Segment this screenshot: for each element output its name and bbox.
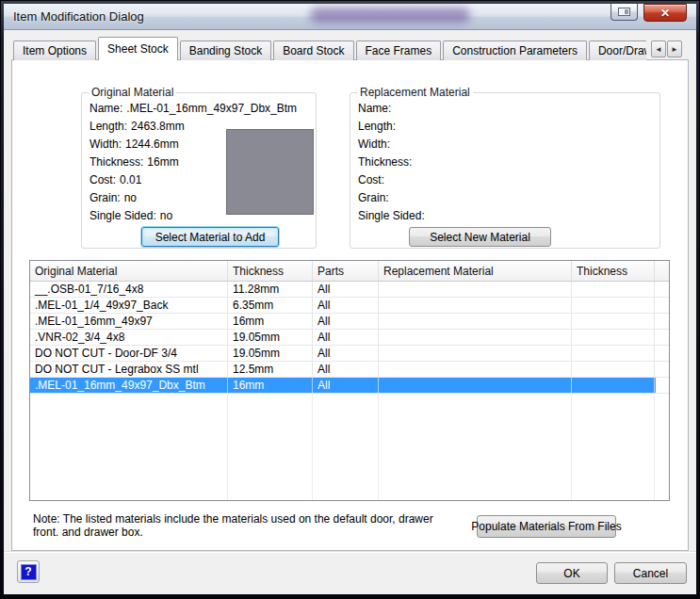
column-header-replacement-material[interactable]: Replacement Material xyxy=(379,261,572,281)
tab-door-drawer-settings[interactable]: Door/Drawer Settings xyxy=(589,40,646,60)
replacement-single-sided-field: Single Sided: xyxy=(358,206,429,224)
replacement-name-field: Name: xyxy=(358,99,429,117)
populate-materials-from-files-button[interactable]: Populate Materials From Files xyxy=(477,515,616,538)
replacement-material-legend: Replacement Material xyxy=(357,86,473,99)
float-window-icon xyxy=(618,8,630,16)
table-row[interactable]: .VNR-02_3/4_4x8 19.05mm All xyxy=(30,330,669,346)
float-window-button[interactable] xyxy=(610,4,638,21)
replacement-material-group: Replacement Material Name: Length: Width… xyxy=(350,92,660,249)
item-modification-dialog: Item Modification Dialog ✕ Item Options … xyxy=(0,0,700,599)
replacement-material-fields: Name: Length: Width: Thickness: Cost: Gr… xyxy=(358,99,429,224)
column-header-filler xyxy=(655,261,669,281)
grid-empty-area xyxy=(30,394,669,500)
grid-header-row: Original Material Thickness Parts Replac… xyxy=(30,261,669,282)
replacement-width-field: Width: xyxy=(358,135,429,153)
tab-face-frames[interactable]: Face Frames xyxy=(356,40,442,60)
table-row[interactable]: .MEL-01_16mm_49x97 16mm All xyxy=(30,314,669,330)
table-row[interactable]: DO NOT CUT - Door-DF 3/4 19.05mm All xyxy=(30,346,669,362)
help-button[interactable]: ? xyxy=(17,560,40,583)
replacement-thickness-field: Thickness: xyxy=(358,153,429,170)
redaction-smudge xyxy=(310,8,470,23)
note-text: Note: The listed materials include the m… xyxy=(33,512,459,539)
dialog-body: Item Options Sheet Stock Banding Stock B… xyxy=(4,30,696,594)
column-header-parts[interactable]: Parts xyxy=(313,261,379,281)
replacement-cost-field: Cost: xyxy=(358,170,429,188)
replacement-length-field: Length: xyxy=(358,117,429,135)
tab-item-options[interactable]: Item Options xyxy=(13,40,96,60)
close-button[interactable]: ✕ xyxy=(643,4,687,22)
column-header-original-material[interactable]: Original Material xyxy=(30,261,228,281)
footer-bar: ? OK Cancel xyxy=(4,551,696,594)
cancel-button[interactable]: Cancel xyxy=(614,562,687,584)
tab-strip: Item Options Sheet Stock Banding Stock B… xyxy=(13,36,646,60)
materials-grid: Original Material Thickness Parts Replac… xyxy=(29,260,670,501)
sheet-stock-tab-page: Original Material Name:.MEL-01_16mm_49x9… xyxy=(11,59,689,551)
column-header-thickness-2[interactable]: Thickness xyxy=(572,261,655,281)
select-new-material-button[interactable]: Select New Material xyxy=(409,227,551,247)
table-row[interactable]: .MEL-01_1/4_49x97_Back 6.35mm All xyxy=(30,298,669,314)
ok-button[interactable]: OK xyxy=(536,562,608,584)
original-material-legend: Original Material xyxy=(89,86,176,99)
material-color-swatch xyxy=(226,129,314,215)
tab-board-stock[interactable]: Board Stock xyxy=(273,40,353,60)
chevron-right-icon: ► xyxy=(671,45,678,54)
tab-scroll-buttons: ◄ ► xyxy=(650,40,682,57)
titlebar[interactable]: Item Modification Dialog ✕ xyxy=(4,4,696,30)
tab-sheet-stock[interactable]: Sheet Stock xyxy=(98,37,178,60)
chevron-left-icon: ◄ xyxy=(655,45,662,54)
select-material-to-add-button[interactable]: Select Material to Add xyxy=(141,227,279,247)
table-row[interactable]: DO NOT CUT - Legrabox SS mtl 12.5mm All xyxy=(30,362,669,378)
window-title: Item Modification Dialog xyxy=(13,9,144,24)
original-name-field: Name:.MEL-01_16mm_49x97_Dbx_Btm xyxy=(90,99,297,117)
tab-scroll-left-button[interactable]: ◄ xyxy=(651,40,666,57)
tab-construction-parameters[interactable]: Construction Parameters xyxy=(443,40,587,60)
tab-scroll-right-button[interactable]: ► xyxy=(667,40,682,57)
help-icon: ? xyxy=(21,564,37,580)
replacement-grain-field: Grain: xyxy=(358,188,429,206)
table-row[interactable]: __.OSB-01_7/16_4x8 11.28mm All xyxy=(30,282,669,298)
close-icon: ✕ xyxy=(660,8,670,19)
table-row-selected[interactable]: .MEL-01_16mm_49x97_Dbx_Btm 16mm All xyxy=(30,378,669,394)
column-header-thickness[interactable]: Thickness xyxy=(228,261,313,281)
tab-banding-stock[interactable]: Banding Stock xyxy=(180,40,271,60)
original-material-group: Original Material Name:.MEL-01_16mm_49x9… xyxy=(81,92,317,249)
